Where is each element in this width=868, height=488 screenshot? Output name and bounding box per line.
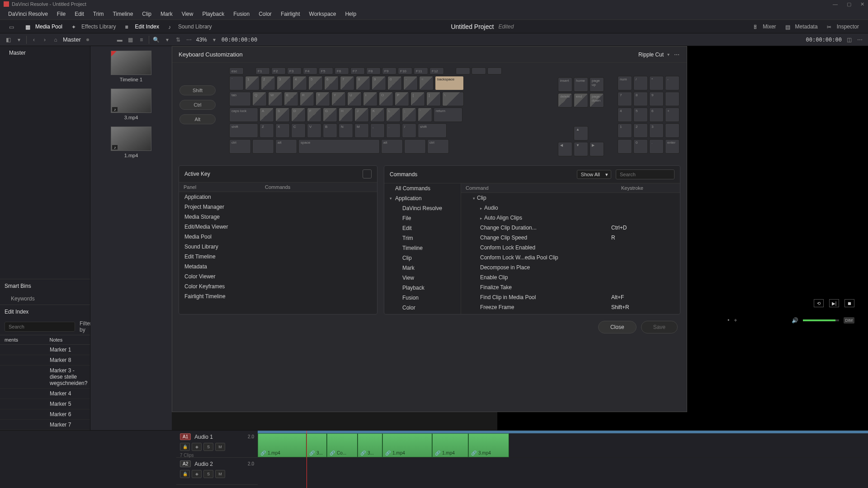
key[interactable]: F4 — [303, 67, 317, 75]
key[interactable]: M — [354, 123, 369, 138]
key[interactable]: O — [379, 92, 393, 106]
key[interactable]: R — [300, 92, 314, 106]
key[interactable]: alt — [381, 139, 403, 154]
inspector-button[interactable]: ✂Inspector — [822, 22, 863, 32]
key[interactable]: 5 — [308, 76, 323, 90]
sort-icon[interactable]: ⇅ — [175, 36, 182, 43]
col-comments[interactable]: ments — [0, 335, 45, 344]
key[interactable]: 1 — [245, 76, 259, 90]
commands-filter-select[interactable]: Show All — [577, 170, 611, 179]
key[interactable]: [ — [410, 92, 425, 106]
chevron-down-icon[interactable]: ▾ — [164, 36, 171, 43]
key[interactable]: alt — [275, 139, 297, 154]
timeline-clip[interactable]: 🔗3... — [307, 433, 327, 457]
key[interactable]: H — [339, 108, 353, 122]
key[interactable]: \ — [442, 92, 464, 106]
edit-index-button[interactable]: ≡Edit Index — [121, 22, 164, 32]
command-row[interactable]: ▾Clip — [461, 193, 680, 203]
edit-index-search[interactable] — [5, 322, 75, 332]
effects-library-button[interactable]: ✦Effects Library — [67, 22, 120, 32]
dialog-more-icon[interactable]: ⋯ — [674, 52, 680, 58]
key[interactable]: return — [434, 108, 462, 122]
key[interactable]: * — [649, 76, 664, 90]
key-up[interactable]: ▲ — [574, 126, 588, 141]
add-marker[interactable]: + — [734, 317, 737, 324]
media-item-timeline[interactable]: Timeline 1 — [95, 51, 167, 82]
key[interactable]: / — [402, 123, 416, 138]
key[interactable]: U — [347, 92, 362, 106]
key[interactable]: / — [633, 76, 648, 90]
metadata-button[interactable]: ▤Metadata — [781, 22, 822, 32]
menu-item[interactable]: View — [177, 11, 198, 17]
key[interactable]: ctrl — [427, 139, 449, 154]
key[interactable] — [252, 139, 274, 154]
key[interactable]: . — [386, 123, 401, 138]
key[interactable]: 0 — [387, 76, 402, 90]
panel-row[interactable]: Media Pool — [179, 232, 377, 242]
command-tree-item[interactable]: Mark — [384, 263, 461, 273]
menu-item[interactable]: Workspace — [305, 11, 341, 17]
timeline-clip[interactable]: 🔗Co... — [327, 433, 358, 457]
mixer-button[interactable]: 🎚Mixer — [748, 22, 780, 32]
menu-item[interactable]: Help — [340, 11, 361, 17]
key[interactable]: F7 — [350, 67, 365, 75]
command-row[interactable]: Conform Lock Enabled — [461, 243, 680, 253]
key[interactable]: C — [291, 123, 306, 138]
command-tree-item[interactable]: Fusion — [384, 293, 461, 303]
key[interactable]: F9 — [382, 67, 396, 75]
menu-item[interactable]: Playback — [198, 11, 229, 17]
key[interactable]: shift — [229, 123, 258, 138]
menu-item[interactable]: DaVinci Resolve — [4, 11, 52, 17]
layout-button[interactable]: ▭ — [5, 22, 21, 31]
command-row[interactable]: Change Clip Duration...Ctrl+D — [461, 223, 680, 233]
command-row[interactable]: Change Clip SpeedR — [461, 233, 680, 243]
playhead[interactable] — [307, 431, 307, 488]
speaker-icon[interactable]: 🔊 — [792, 317, 798, 324]
key[interactable] — [618, 139, 632, 154]
key[interactable]: 9 — [372, 76, 386, 90]
command-tree-item[interactable]: Clip — [384, 253, 461, 263]
key[interactable]: Y — [331, 92, 346, 106]
lock-icon[interactable]: 🔒 — [180, 443, 190, 451]
curve-icon[interactable]: ◈ — [192, 470, 202, 478]
key[interactable]: P — [395, 92, 409, 106]
key[interactable]: . — [649, 139, 664, 154]
key[interactable]: 6 — [324, 76, 339, 90]
command-row[interactable]: ▸Auto Align Clips — [461, 213, 680, 223]
key[interactable]: 5 — [633, 108, 648, 122]
stop-button[interactable]: ⏹ — [844, 299, 854, 307]
back-icon[interactable]: ‹ — [30, 36, 38, 43]
command-tree-item[interactable]: Fairlight — [384, 313, 461, 314]
menu-item[interactable]: Edit — [70, 11, 89, 17]
marker-row[interactable]: Marker 5 — [0, 399, 90, 409]
timeline-clip[interactable]: 🔗1.mp4 — [258, 433, 307, 457]
menu-item[interactable]: Trim — [89, 11, 108, 17]
marker-row[interactable]: Marker 6 — [0, 409, 90, 420]
key[interactable]: 1 — [618, 123, 632, 138]
key[interactable]: W — [268, 92, 283, 106]
key[interactable] — [665, 123, 679, 138]
panel-row[interactable]: Color Keyframes — [179, 282, 377, 291]
key[interactable]: E — [284, 92, 298, 106]
thumb-view-icon[interactable]: ▦ — [127, 36, 134, 43]
curve-icon[interactable]: ◈ — [192, 443, 202, 451]
key[interactable]: - — [665, 76, 679, 90]
key[interactable]: L — [386, 108, 401, 122]
key[interactable]: D — [291, 108, 306, 122]
key[interactable]: 4 — [618, 108, 632, 122]
dual-view-icon[interactable]: ◫ — [845, 36, 853, 43]
key[interactable]: 8 — [633, 92, 648, 106]
timeline-clip[interactable]: 🔗3.mp4 — [468, 433, 509, 457]
key[interactable]: tab — [229, 92, 251, 106]
key[interactable] — [472, 67, 486, 75]
key-down[interactable]: ▼ — [574, 142, 588, 156]
timeline-clip[interactable]: 🔗1.mp4 — [432, 433, 468, 457]
key[interactable]: enter — [665, 139, 679, 154]
marker-row[interactable]: Marker 8 — [0, 355, 90, 366]
mute-button[interactable]: M — [215, 443, 225, 451]
command-row[interactable]: Find Clip in Media PoolAlt+F — [461, 292, 680, 302]
key[interactable]: Z — [259, 123, 274, 138]
key[interactable]: esc — [229, 67, 244, 75]
key[interactable]: F8 — [366, 67, 381, 75]
menu-item[interactable]: Color — [254, 11, 276, 17]
